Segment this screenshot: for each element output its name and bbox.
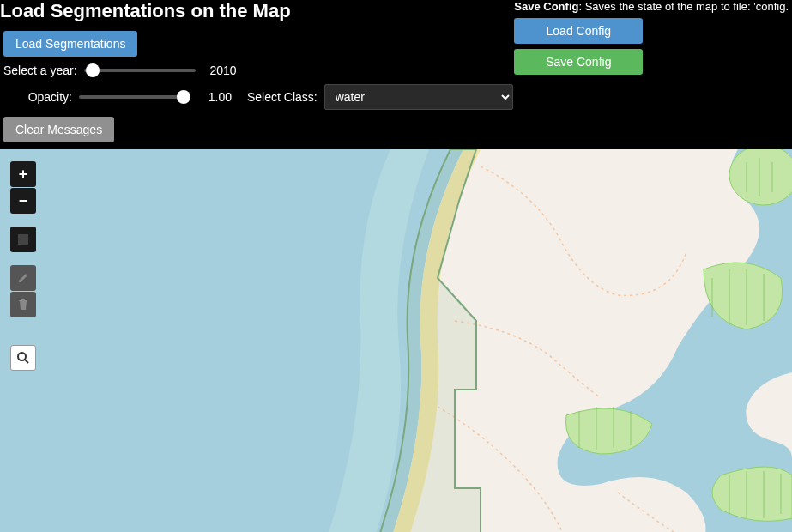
- opacity-slider[interactable]: [79, 95, 190, 99]
- edit-button[interactable]: [10, 265, 36, 291]
- load-segmentations-button[interactable]: Load Segmentations: [3, 31, 137, 57]
- layers-icon: [17, 233, 29, 245]
- zoom-in-button[interactable]: +: [10, 161, 36, 187]
- layers-button[interactable]: [10, 227, 36, 252]
- class-control: Select Class: water: [247, 84, 513, 110]
- year-value: 2010: [203, 63, 237, 77]
- zoom-out-button[interactable]: −: [10, 188, 36, 214]
- map-tiles: [0, 149, 792, 532]
- save-config-description: Save Config: Saves the state of the map …: [514, 0, 789, 13]
- opacity-control: Opacity: 1.00: [3, 90, 232, 104]
- svg-rect-17: [18, 234, 28, 245]
- year-control: Select a year: 2010: [3, 63, 237, 77]
- page-title: Load Segmentations on the Map: [0, 0, 513, 22]
- config-panel: Save Config: Saves the state of the map …: [514, 0, 789, 80]
- map-search-button[interactable]: [10, 345, 36, 371]
- opacity-value: 1.00: [197, 90, 232, 104]
- trash-icon: [17, 299, 29, 311]
- map-control-stack: + −: [10, 161, 36, 330]
- map[interactable]: + −: [0, 149, 792, 532]
- class-select[interactable]: water: [324, 84, 513, 110]
- svg-point-18: [18, 353, 26, 360]
- edit-icon: [17, 272, 29, 284]
- year-slider[interactable]: [84, 69, 196, 72]
- header-panel: Load Segmentations on the Map Load Segme…: [0, 0, 792, 149]
- search-icon: [16, 351, 30, 365]
- delete-button[interactable]: [10, 292, 36, 317]
- clear-messages-button[interactable]: Clear Messages: [3, 117, 114, 142]
- save-config-button[interactable]: Save Config: [514, 49, 643, 75]
- opacity-label: Opacity:: [3, 90, 72, 104]
- class-label: Select Class:: [247, 90, 317, 104]
- load-config-button[interactable]: Load Config: [514, 18, 643, 44]
- svg-line-19: [25, 360, 28, 363]
- year-label: Select a year:: [3, 63, 77, 77]
